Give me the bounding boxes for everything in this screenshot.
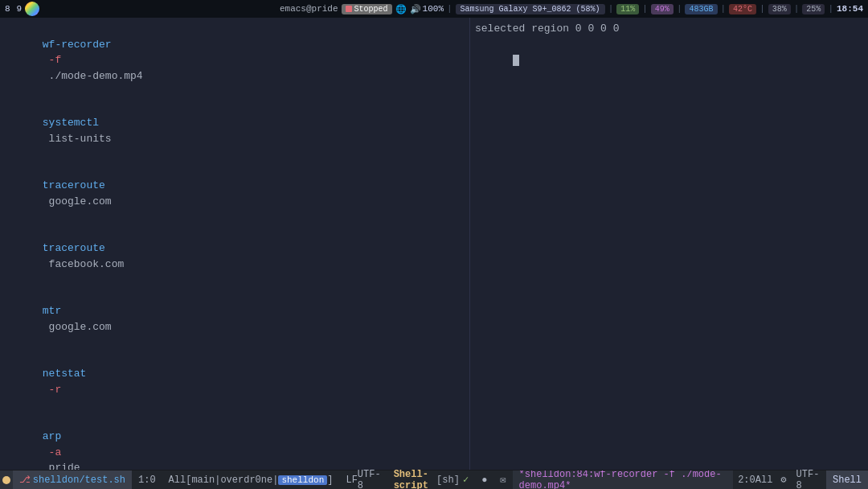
bottom-status-bar: ⎇ shelldon/test.sh 1:0 All[main|overdr0n… bbox=[0, 470, 868, 489]
battery-1: 11% bbox=[616, 4, 639, 14]
active-buffer: shelldon bbox=[278, 475, 327, 485]
dot-indicator: ● bbox=[475, 471, 493, 489]
gear-icon-box: ⚙ bbox=[777, 471, 789, 489]
shell-label: Shell bbox=[826, 471, 868, 489]
terminal-line-1: wf-recorder -f ./mode-demo.mp4 bbox=[5, 21, 465, 100]
wf-status: *shelldon:84:wf-recorder -f ./mode-demo.… bbox=[513, 471, 734, 489]
stopped-indicator: Stopped bbox=[342, 4, 392, 14]
filetype-label: Shell-script bbox=[394, 469, 433, 490]
cursor-position: 1:0 bbox=[132, 471, 162, 489]
sep7: | bbox=[794, 4, 800, 14]
sep8: | bbox=[828, 4, 833, 14]
volume-percent: 100% bbox=[423, 4, 444, 14]
email-icon: ✉ bbox=[500, 474, 506, 486]
terminal-line-5: mtr google.com bbox=[5, 288, 465, 351]
mode-indicator bbox=[0, 471, 13, 489]
sep5: | bbox=[721, 4, 727, 14]
workspace-num-9[interactable]: 9 bbox=[17, 4, 23, 14]
filetype-sh: [sh] bbox=[436, 475, 460, 486]
sep1: | bbox=[447, 4, 452, 14]
buffer-list: All[main|overdr0ne|shelldon] bbox=[162, 471, 340, 489]
terminal-line-3: traceroute google.com bbox=[5, 162, 465, 225]
user-avatar bbox=[25, 2, 39, 16]
workspace-num-8[interactable]: 8 bbox=[5, 4, 10, 14]
encoding-2: UTF-8 bbox=[790, 471, 826, 489]
main-content: wf-recorder -f ./mode-demo.mp4 systemctl… bbox=[0, 18, 868, 470]
sep2: | bbox=[608, 4, 614, 14]
dot-icon: ● bbox=[481, 475, 487, 486]
git-branch: ⎇ shelldon/test.sh bbox=[13, 471, 132, 489]
wf-position: 2:0 All bbox=[733, 471, 777, 489]
region-pane: selected region 0 0 0 0 bbox=[470, 18, 868, 470]
top-status-bar: 8 9 emacs@pride Stopped 🌐 🔊 100% | Samsu… bbox=[0, 0, 868, 18]
filetype-indicator: Shell-script [sh] ✓ bbox=[387, 471, 476, 489]
git-icon: ⎇ bbox=[19, 474, 31, 486]
region-cursor bbox=[475, 37, 863, 84]
temp-indicator: 42°C bbox=[729, 4, 756, 14]
volume-icon: 🔊 bbox=[410, 4, 421, 14]
system-time: 18:54 bbox=[837, 4, 863, 14]
mode-dot bbox=[2, 476, 10, 484]
network-icon: 🌐 bbox=[395, 4, 407, 14]
terminal-line-7: arp -a pride bbox=[5, 413, 465, 471]
email-icon-box: ✉ bbox=[493, 471, 512, 489]
branch-path: shelldon/test.sh bbox=[33, 475, 125, 486]
check-icon: ✓ bbox=[463, 474, 469, 486]
storage-indicator: 483GB bbox=[685, 4, 717, 14]
encoding-lf: LF UTF-8 bbox=[339, 471, 387, 489]
sep6: | bbox=[760, 4, 765, 14]
gear-icon: ⚙ bbox=[780, 474, 786, 486]
terminal-line-6: netstat -r bbox=[5, 351, 465, 413]
battery-3: 38% bbox=[768, 4, 791, 14]
stop-icon bbox=[346, 6, 352, 12]
region-text: selected region 0 0 0 0 bbox=[475, 21, 863, 37]
battery-4: 25% bbox=[802, 4, 825, 14]
cursor bbox=[513, 55, 519, 66]
sep3: | bbox=[642, 4, 648, 14]
battery-2: 49% bbox=[651, 4, 674, 14]
stopped-label: Stopped bbox=[354, 5, 388, 14]
bottombar-right: *shelldon:84:wf-recorder -f ./mode-demo.… bbox=[513, 471, 868, 489]
terminal-line-4: traceroute facebook.com bbox=[5, 225, 465, 288]
volume-indicator: 🔊 100% bbox=[410, 4, 444, 14]
terminal-pane[interactable]: wf-recorder -f ./mode-demo.mp4 systemctl… bbox=[0, 18, 470, 470]
sep4: | bbox=[677, 4, 682, 14]
bottombar-left: ⎇ shelldon/test.sh 1:0 All[main|overdr0n… bbox=[0, 471, 513, 489]
terminal-line-2: systemctl list-units bbox=[5, 100, 465, 162]
device-label: Samsung Galaxy S9+_0862 (58%) bbox=[456, 4, 605, 14]
emacs-label: emacs@pride bbox=[280, 4, 338, 14]
